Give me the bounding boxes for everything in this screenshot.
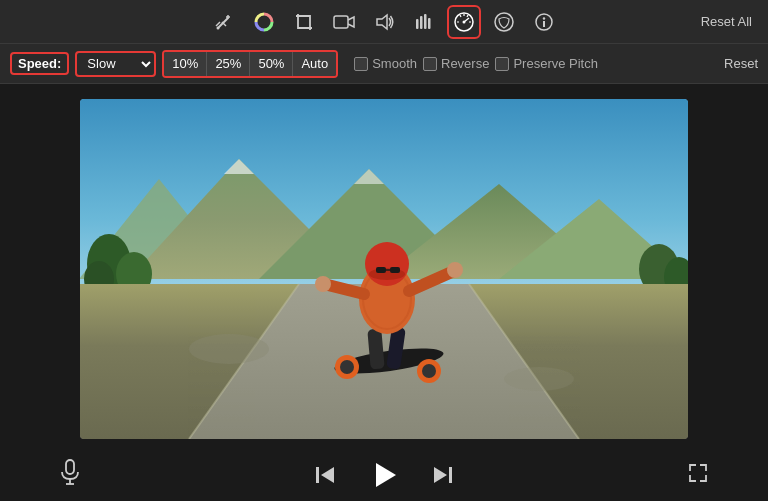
speed-preset-50[interactable]: 50% [250,52,293,76]
svg-point-26 [543,17,545,19]
svg-rect-11 [416,19,419,29]
video-area [0,84,768,449]
svg-marker-68 [321,467,334,483]
preserve-pitch-label-text: Preserve Pitch [513,56,598,71]
reverse-option: Reverse [423,56,489,71]
play-button[interactable] [366,457,402,493]
info-icon[interactable] [527,5,561,39]
svg-point-58 [447,262,463,278]
speed-presets-group: 10% 25% 50% Auto [162,50,338,78]
reset-all-button[interactable]: Reset All [701,14,752,29]
svg-line-18 [460,15,461,17]
smooth-label-text: Smooth [372,56,417,71]
magic-wand-icon[interactable] [207,5,241,39]
reverse-checkbox[interactable] [423,57,437,71]
smooth-checkbox[interactable] [354,57,368,71]
svg-marker-10 [377,15,387,29]
play-triangle-icon [376,463,396,487]
svg-rect-67 [316,467,319,483]
skip-forward-button[interactable] [432,464,454,486]
speed-preset-10[interactable]: 10% [164,52,207,76]
svg-point-5 [217,26,220,29]
preserve-pitch-checkbox[interactable] [495,57,509,71]
svg-point-50 [422,364,436,378]
fullscreen-button[interactable] [688,463,708,487]
mask-icon[interactable] [487,5,521,39]
camera-icon[interactable] [327,5,361,39]
speed-reset-button[interactable]: Reset [724,56,758,71]
top-toolbar: Reset All [0,0,768,44]
svg-line-20 [467,15,468,17]
video-scene [80,99,688,439]
svg-rect-9 [334,16,348,28]
svg-point-48 [340,360,354,374]
svg-line-17 [464,18,469,22]
playback-bar [0,449,768,501]
reverse-label-text: Reverse [441,56,489,71]
svg-rect-13 [424,14,427,29]
svg-point-45 [504,367,574,391]
speed-preset-auto[interactable]: Auto [293,52,336,76]
speed-dropdown[interactable]: Slow Normal Fast Custom [75,51,156,77]
speed-preset-25[interactable]: 25% [207,52,250,76]
preserve-pitch-option: Preserve Pitch [495,56,598,71]
smooth-option: Smooth [354,56,417,71]
svg-point-44 [189,334,269,364]
video-frame[interactable] [80,99,688,439]
svg-marker-70 [434,467,447,483]
audio-icon[interactable] [367,5,401,39]
equalizer-icon[interactable] [407,5,441,39]
svg-rect-61 [376,267,386,273]
speed-label: Speed: [10,52,69,75]
speed-controls-bar: Speed: Slow Normal Fast Custom 10% 25% 5… [0,44,768,84]
microphone-button[interactable] [60,459,80,491]
crop-icon[interactable] [287,5,321,39]
svg-rect-64 [66,460,74,474]
svg-rect-14 [428,18,431,29]
svg-rect-62 [390,267,400,273]
speed-icon[interactable] [447,5,481,39]
color-wheel-icon[interactable] [247,5,281,39]
svg-rect-12 [420,16,423,29]
svg-point-57 [315,276,331,292]
svg-rect-69 [449,467,452,483]
skip-back-button[interactable] [314,464,336,486]
